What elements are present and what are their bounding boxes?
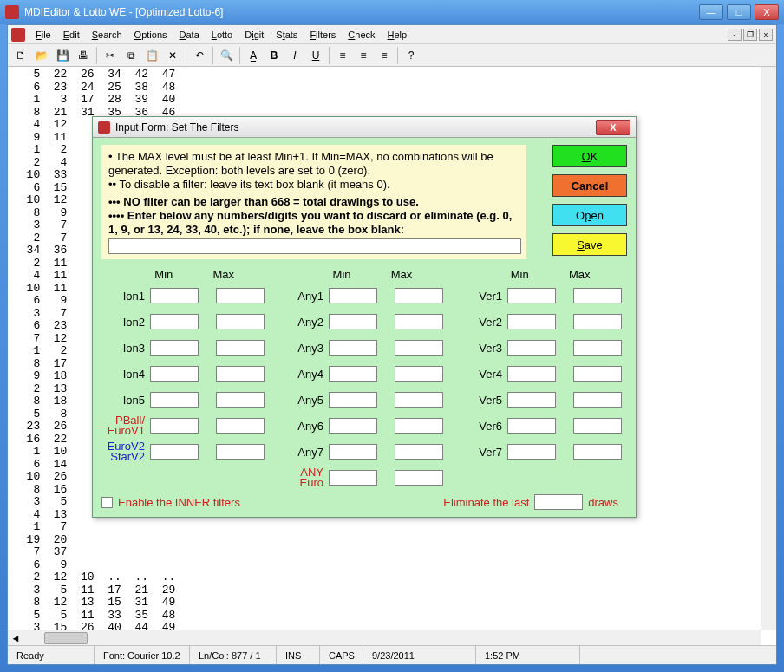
find-icon[interactable]: 🔍: [217, 46, 236, 65]
any2-max[interactable]: [395, 314, 443, 329]
enable-inner-checkbox[interactable]: [101, 497, 113, 508]
ver7-max[interactable]: [573, 444, 622, 460]
eurov2-min[interactable]: [150, 444, 199, 460]
filter-row: Ion5Any5Ver5: [101, 390, 627, 409]
help-icon[interactable]: ?: [402, 46, 421, 65]
menu-help[interactable]: Help: [382, 28, 413, 42]
bold-icon[interactable]: B: [265, 46, 284, 65]
ver6-min[interactable]: [507, 418, 556, 434]
ion3-max[interactable]: [216, 340, 265, 356]
anyeuro-max[interactable]: [395, 470, 443, 486]
any1-min[interactable]: [329, 288, 377, 303]
any7-max[interactable]: [395, 444, 443, 460]
menubar: File Edit Search Options Data Lotto Digi…: [8, 25, 776, 44]
menu-edit[interactable]: Edit: [58, 28, 85, 42]
any7-min[interactable]: [329, 444, 377, 460]
print-icon[interactable]: 🖶: [74, 46, 93, 65]
open-icon[interactable]: 📂: [32, 46, 51, 65]
ok-button[interactable]: OK: [552, 145, 627, 167]
ion3-min[interactable]: [150, 340, 199, 356]
any3-max[interactable]: [395, 340, 443, 356]
maximize-button[interactable]: □: [727, 4, 751, 20]
any6-max[interactable]: [395, 418, 443, 434]
menu-lotto[interactable]: Lotto: [206, 28, 238, 42]
ver2-max[interactable]: [573, 314, 622, 329]
filter-row: Ion4Any4Ver4: [101, 364, 627, 383]
statusbar: Ready Font: Courier 10.2 Ln/Col: 877 / 1…: [8, 645, 776, 664]
undo-icon[interactable]: ↶: [190, 46, 209, 65]
menu-options[interactable]: Options: [129, 28, 173, 42]
new-icon[interactable]: 🗋: [11, 46, 30, 65]
font-icon[interactable]: A̲: [244, 46, 263, 65]
menu-filters[interactable]: Filters: [304, 28, 341, 42]
eurov2-max[interactable]: [216, 444, 265, 460]
open-button[interactable]: Open: [552, 204, 627, 226]
cut-icon[interactable]: ✂: [101, 46, 120, 65]
align-left-icon[interactable]: ≡: [333, 46, 352, 65]
ver1-min[interactable]: [507, 288, 556, 303]
ion5-max[interactable]: [216, 392, 265, 408]
ion1-max[interactable]: [216, 288, 265, 303]
ver4-min[interactable]: [507, 366, 556, 382]
copy-icon[interactable]: ⧉: [121, 46, 140, 65]
dialog-close-button[interactable]: X: [596, 120, 630, 135]
eliminate-last-input[interactable]: [534, 494, 583, 510]
ver1-max[interactable]: [573, 288, 622, 303]
save-icon[interactable]: 💾: [53, 46, 72, 65]
delete-icon[interactable]: ✕: [163, 46, 182, 65]
menu-data[interactable]: Data: [174, 28, 205, 42]
underline-icon[interactable]: U: [306, 46, 325, 65]
discard-input[interactable]: [108, 238, 521, 254]
pball-min[interactable]: [150, 418, 199, 434]
ion2-min[interactable]: [150, 314, 199, 329]
close-button[interactable]: X: [755, 4, 779, 20]
ion5-min[interactable]: [150, 392, 199, 408]
menu-search[interactable]: Search: [87, 28, 127, 42]
vertical-scrollbar[interactable]: [761, 67, 776, 630]
align-right-icon[interactable]: ≡: [375, 46, 394, 65]
ion2-max[interactable]: [216, 314, 265, 329]
any2-min[interactable]: [329, 314, 377, 329]
menu-file[interactable]: File: [30, 28, 56, 42]
italic-icon[interactable]: I: [285, 46, 304, 65]
any4-max[interactable]: [395, 366, 443, 382]
align-center-icon[interactable]: ≡: [354, 46, 373, 65]
horizontal-scrollbar[interactable]: ◄: [8, 630, 761, 645]
ver4-max[interactable]: [573, 366, 622, 382]
any5-min[interactable]: [329, 392, 377, 408]
ion4-max[interactable]: [216, 366, 265, 382]
minimize-button[interactable]: —: [699, 4, 723, 20]
ver5-max[interactable]: [573, 392, 622, 408]
hscroll-thumb[interactable]: [44, 632, 88, 644]
ion1-min[interactable]: [150, 288, 199, 303]
ver6-max[interactable]: [573, 418, 622, 434]
paste-icon[interactable]: 📋: [142, 46, 161, 65]
any1-max[interactable]: [395, 288, 443, 303]
any5-max[interactable]: [395, 392, 443, 408]
ver3-max[interactable]: [573, 340, 622, 356]
mdi-icon: [11, 28, 25, 42]
menu-digit[interactable]: Digit: [239, 28, 269, 42]
ver2-min[interactable]: [507, 314, 556, 329]
ion4-min[interactable]: [150, 366, 199, 382]
menu-stats[interactable]: Stats: [271, 28, 303, 42]
mdi-restore[interactable]: ❐: [743, 29, 757, 41]
mdi-close[interactable]: x: [759, 29, 773, 41]
pball-label: PBall/EuroV1: [101, 415, 150, 436]
ver5-min[interactable]: [507, 392, 556, 408]
menu-check[interactable]: Check: [343, 28, 380, 42]
save-button[interactable]: Save: [552, 233, 627, 256]
any6-min[interactable]: [329, 418, 377, 434]
any3-min[interactable]: [329, 340, 377, 356]
ver3-min[interactable]: [507, 340, 556, 356]
ver7-label: Ver7: [466, 446, 507, 459]
ver7-min[interactable]: [507, 444, 556, 460]
dialog-titlebar[interactable]: Input Form: Set The Filters X: [93, 117, 636, 138]
anyeuro-min[interactable]: [329, 470, 377, 486]
any4-min[interactable]: [329, 366, 377, 382]
status-time: 1:52 PM: [476, 646, 580, 664]
cancel-button[interactable]: Cancel: [552, 174, 627, 197]
any1-label: Any1: [287, 290, 329, 303]
mdi-minimize[interactable]: -: [728, 29, 742, 41]
pball-max[interactable]: [216, 418, 265, 434]
